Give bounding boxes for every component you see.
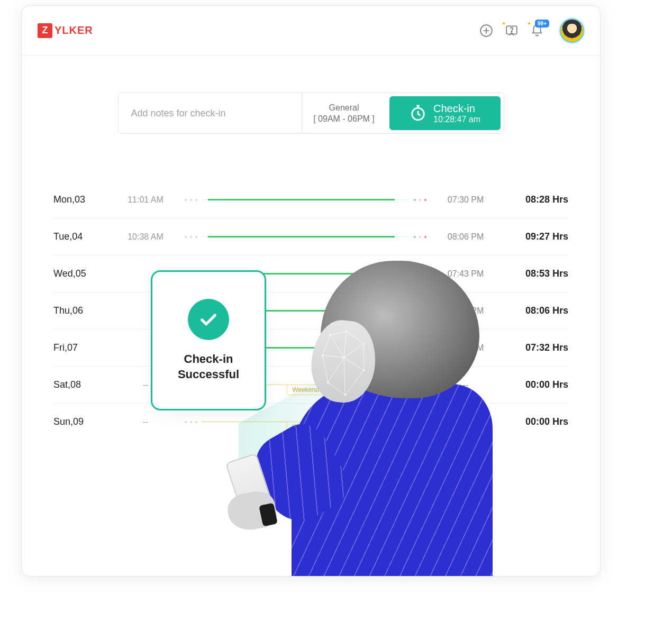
duration: 00:00 Hrs <box>505 416 568 427</box>
stopwatch-icon <box>409 104 427 122</box>
notifications-icon[interactable]: ✦ 99+ <box>529 23 545 39</box>
check-in-time: 11:01 AM <box>119 195 172 205</box>
sparkle-icon: ✦ <box>502 21 506 26</box>
popup-line1: Check-in <box>178 352 239 367</box>
checkin-notes-input[interactable]: Add notes for check-in <box>119 93 302 133</box>
check-in-time: -- <box>119 417 172 427</box>
timeline-bar: Weekend <box>202 422 410 423</box>
checkin-bar: Add notes for check-in General [ 09AM - … <box>118 93 504 134</box>
weekend-pill: Weekend <box>286 385 324 395</box>
day-label: Sat,08 <box>53 379 106 390</box>
weekend-pill: Weekend <box>286 422 324 432</box>
sparkle-icon: ✦ <box>527 21 531 26</box>
brand-logo-badge: Z <box>38 23 52 38</box>
duration: 07:32 Hrs <box>505 342 568 353</box>
timeline: Weekend <box>185 417 426 427</box>
timeline-lead-dots <box>185 236 197 238</box>
checkin-button-time: 10:28:47 am <box>433 115 480 124</box>
check-circle-icon <box>188 299 229 340</box>
attendance-row[interactable]: Sat,08-- Weekend --00:00 Hrs <box>53 367 568 404</box>
day-label: Wed,05 <box>53 268 106 279</box>
checkin-button-label: Check-in <box>433 103 475 115</box>
duration: 09:27 Hrs <box>505 231 568 242</box>
timeline-trail-dots <box>414 236 426 238</box>
day-label: Tue,04 <box>53 231 106 242</box>
svg-point-2 <box>511 31 512 32</box>
check-out-time: -- <box>439 380 492 390</box>
checkin-success-popup: Check-in Successful <box>151 270 266 410</box>
smartwatch-icon <box>259 503 278 527</box>
duration: 08:53 Hrs <box>505 268 568 279</box>
shift-hours: [ 09AM - 06PM ] <box>313 114 375 124</box>
person-hand <box>225 489 279 534</box>
check-out-time: 07:43 PM <box>439 269 492 279</box>
attendance-row[interactable]: Wed,05 07:43 PM08:53 Hrs <box>53 255 568 292</box>
attendance-row[interactable]: Sun,09-- Weekend --00:00 Hrs <box>53 404 568 440</box>
duration: 08:28 Hrs <box>505 194 568 205</box>
duration: 08:06 Hrs <box>505 305 568 316</box>
brand-logo-text: YLKER <box>55 24 93 36</box>
day-label: Fri,07 <box>53 342 106 353</box>
attendance-row[interactable]: Mon,0311:01 AM 07:30 PM08:28 Hrs <box>53 181 568 218</box>
check-out-time: 07:30 PM <box>439 195 492 205</box>
timeline <box>185 195 426 205</box>
avatar[interactable] <box>560 19 584 43</box>
day-label: Mon,03 <box>53 194 106 205</box>
app-header: Z YLKER ✦ ✦ 99+ <box>22 6 600 56</box>
check-out-time: 07:31 PM <box>439 306 492 316</box>
attendance-row[interactable]: Tue,0410:38 AM 08:06 PM09:27 Hrs <box>53 218 568 255</box>
add-icon[interactable] <box>478 23 494 39</box>
timeline-trail-dots <box>414 199 426 201</box>
timeline-bar <box>202 236 410 237</box>
timeline-trail-dots <box>414 347 426 349</box>
timeline-bar <box>202 199 410 200</box>
help-icon[interactable]: ✦ <box>504 23 520 39</box>
content-area: Add notes for check-in General [ 09AM - … <box>22 56 600 440</box>
check-out-time: 06:37 PM <box>439 343 492 353</box>
timeline <box>185 232 426 242</box>
attendance-rows: Mon,0311:01 AM 07:30 PM08:28 HrsTue,0410… <box>53 181 568 440</box>
attendance-row[interactable]: Thu,06 07:31 PM08:06 Hrs <box>53 292 568 330</box>
duration: 00:00 Hrs <box>505 379 568 390</box>
timeline-lead-dots <box>185 421 197 423</box>
timeline-trail-dots <box>414 273 426 275</box>
header-actions: ✦ ✦ 99+ <box>478 19 584 43</box>
checkin-button[interactable]: Check-in 10:28:47 am <box>389 96 501 130</box>
timeline-lead-dots <box>185 199 197 201</box>
timeline-trail-dots <box>414 384 426 386</box>
day-label: Sun,09 <box>53 416 106 427</box>
brand-logo: Z YLKER <box>38 23 93 38</box>
phone-icon <box>225 453 277 524</box>
timeline-trail-dots <box>414 421 426 423</box>
app-window: Z YLKER ✦ ✦ 99+ <box>21 5 601 577</box>
shift-info: General [ 09AM - 06PM ] <box>302 93 386 133</box>
popup-line2: Successful <box>178 367 239 382</box>
shift-name: General <box>329 103 359 113</box>
notification-badge: 99+ <box>535 20 549 28</box>
day-label: Thu,06 <box>53 305 106 316</box>
check-out-time: -- <box>439 417 492 427</box>
attendance-row[interactable]: Fri,07 06:37 PM07:32 Hrs <box>53 330 568 367</box>
check-in-time: 10:38 AM <box>119 232 172 242</box>
check-out-time: 08:06 PM <box>439 232 492 242</box>
timeline-trail-dots <box>414 310 426 312</box>
